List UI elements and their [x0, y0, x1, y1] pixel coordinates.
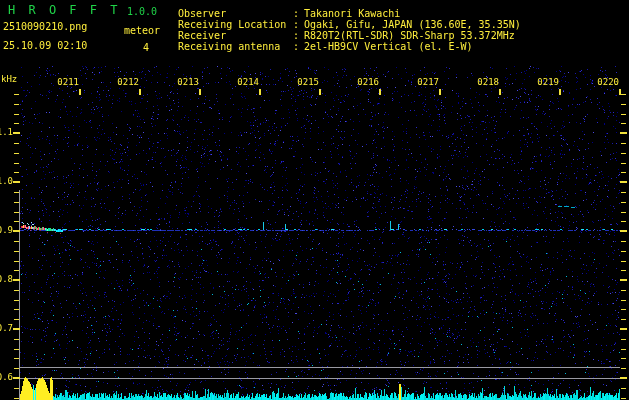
app-version: 1.0.0 — [127, 6, 157, 17]
info-separator: : — [293, 8, 299, 19]
info-value-0: Takanori Kawachi — [304, 8, 400, 19]
info-label-1: Receiving Location — [178, 19, 286, 30]
info-label-2: Receiver — [178, 30, 226, 41]
freq-tick-label-1.0: 1.0 — [0, 176, 13, 186]
info-separator: : — [293, 30, 299, 41]
time-tick-label-0216: 0216 — [355, 77, 379, 87]
info-value-2: R820T2(RTL-SDR) SDR-Sharp 53.372MHz — [304, 30, 515, 41]
app-title: H R O F F T — [8, 3, 120, 17]
time-tick-label-0211: 0211 — [55, 77, 79, 87]
info-value-1: Ogaki, Gifu, JAPAN (136.60E, 35.35N) — [304, 19, 521, 30]
info-label-3: Receiving antenna — [178, 41, 280, 52]
echo-count: 4 — [143, 42, 149, 53]
freq-tick-label-1.1: 1.1 — [0, 127, 13, 137]
info-label-0: Observer — [178, 8, 226, 19]
freq-unit-label: kHz — [1, 74, 17, 84]
info-value-3: 2el-HB9CV Vertical (el. E-W) — [304, 41, 473, 52]
time-tick-label-0218: 0218 — [475, 77, 499, 87]
time-tick-label-0217: 0217 — [415, 77, 439, 87]
freq-tick-label-0.7: 0.7 — [0, 323, 13, 333]
time-tick-label-0219: 0219 — [535, 77, 559, 87]
time-tick-label-0220: 0220 — [595, 77, 619, 87]
freq-tick-label-0.6: 0.6 — [0, 372, 13, 382]
time-tick-label-0214: 0214 — [235, 77, 259, 87]
time-tick-label-0212: 0212 — [115, 77, 139, 87]
datetime-label: 25.10.09 02:10 — [3, 40, 87, 51]
freq-tick-label-0.9: 0.9 — [0, 225, 13, 235]
info-separator: : — [293, 19, 299, 30]
info-separator: : — [293, 41, 299, 52]
output-filename: 2510090210.png — [3, 21, 87, 32]
time-tick-label-0215: 0215 — [295, 77, 319, 87]
mode-label: meteor — [124, 25, 160, 36]
spectrogram-canvas — [0, 0, 629, 400]
time-tick-label-0213: 0213 — [175, 77, 199, 87]
hrofft-screen: H R O F F T 1.0.0 2510090210.png meteor … — [0, 0, 629, 400]
freq-tick-label-0.8: 0.8 — [0, 274, 13, 284]
